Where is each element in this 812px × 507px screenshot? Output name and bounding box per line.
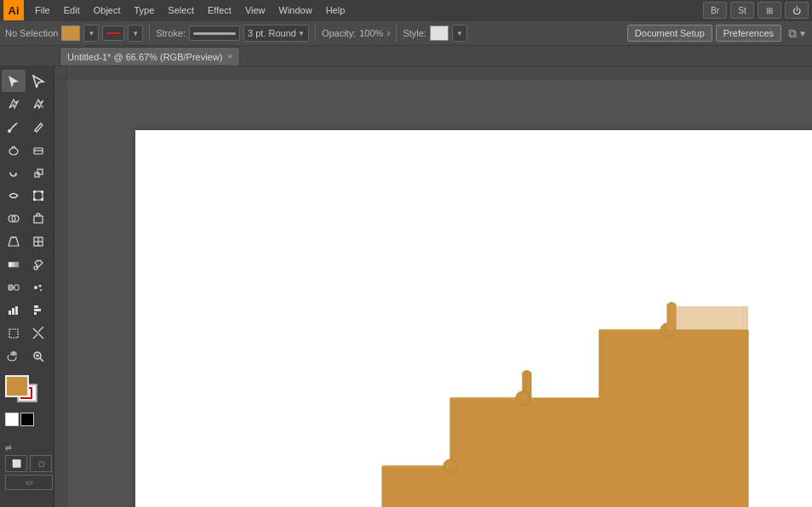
menu-select[interactable]: Select [162,3,200,17]
main-area: + [0,66,812,507]
canvas-area [54,66,812,507]
document-tab[interactable]: Untitled-1* @ 66.67% (RGB/Preview) × [60,47,240,66]
rotate-tool[interactable] [2,162,26,184]
scale-tool[interactable] [26,162,50,184]
blend-tool[interactable] [2,276,26,299]
symbol-tool[interactable] [26,276,50,299]
menu-effect[interactable]: Effect [202,3,237,17]
separator-3 [396,25,397,42]
svg-point-40 [443,459,457,473]
menu-window[interactable]: Window [273,3,318,17]
svg-point-3 [9,148,18,155]
ruler-horizontal [67,66,812,79]
bar-graph-tool[interactable] [26,299,50,322]
menu-type[interactable]: Type [129,3,161,17]
ruler-vertical [54,79,67,507]
column-graph-tool[interactable] [2,299,26,322]
toolbox: + [0,66,54,507]
artboard-tool[interactable] [2,322,26,345]
svg-rect-32 [34,312,37,315]
tool-row-7 [2,208,52,230]
svg-rect-22 [14,285,19,290]
svg-rect-8 [33,191,36,193]
separator-1 [149,25,150,42]
tool-row-12 [2,322,52,345]
style-dropdown[interactable]: ▼ [452,25,467,42]
menu-view[interactable]: View [239,3,272,17]
doc-setup-button[interactable]: Document Setup [627,25,712,42]
fill-swatch[interactable] [5,375,29,397]
bridge-icon[interactable]: Br [703,2,727,19]
add-anchor-tool[interactable]: + [26,93,50,115]
eraser-tool[interactable] [26,139,50,161]
tool-row-8 [2,231,52,253]
svg-line-35 [40,358,43,362]
menu-bar: Ai File Edit Object Type Select Effect V… [0,0,812,20]
opacity-value: 100% [359,28,383,38]
pen-tool[interactable] [2,93,26,115]
opacity-label: Opacity: [322,28,356,38]
svg-rect-11 [41,198,43,201]
perspective-tool[interactable] [2,231,26,253]
live-paint-tool[interactable] [26,208,50,230]
svg-point-20 [34,266,37,270]
stroke-width-dropdown[interactable]: 3 pt. Round ▼ [243,25,309,42]
svg-rect-6 [37,169,43,174]
stair-svg [135,130,812,507]
free-transform-tool[interactable] [26,185,50,207]
svg-rect-31 [34,309,41,311]
tool-row-2: + [2,93,52,115]
svg-rect-27 [9,310,11,315]
workspace-icon[interactable]: ⊞ [758,2,781,19]
brush-tool[interactable] [2,116,26,138]
slice-tool[interactable] [26,322,50,345]
color-swatch-area [5,375,53,426]
eyedropper-tool[interactable] [26,254,50,276]
selection-tool[interactable] [2,70,26,92]
opacity-expand-icon[interactable]: › [386,27,390,39]
swap-icon[interactable]: ⇄ [5,443,12,452]
menu-help[interactable]: Help [320,3,352,17]
gradient-tool[interactable] [2,254,26,276]
svg-point-41 [516,391,529,405]
tab-close-button[interactable]: × [227,52,232,61]
fill-color-swatch[interactable] [61,26,80,41]
power-icon[interactable]: ⏻ [785,2,809,19]
menu-edit[interactable]: Edit [58,3,86,17]
arrange-arrow: ▼ [798,29,807,38]
menu-object[interactable]: Object [88,3,127,17]
svg-point-26 [40,289,42,291]
blob-brush-tool[interactable] [2,139,26,161]
shape-builder-tool[interactable] [2,208,26,230]
black-swatch[interactable] [20,413,34,426]
none-swatch[interactable] [5,413,19,426]
stroke-preview[interactable] [189,26,240,41]
ruler-v-ticks [54,79,67,507]
svg-point-2 [8,129,11,133]
hand-tool[interactable] [2,345,26,367]
app-logo: Ai [3,0,24,20]
svg-rect-14 [34,216,43,223]
pencil-tool[interactable] [26,116,50,138]
svg-rect-19 [9,262,19,267]
direct-select-tool[interactable] [26,70,50,92]
artboard [135,130,812,507]
preferences-button[interactable]: Preferences [716,25,781,42]
warp-tool[interactable] [2,185,26,207]
svg-rect-21 [9,285,13,290]
tool-row-13 [2,345,52,367]
menu-file[interactable]: File [29,3,56,17]
ruler-h-ticks [67,66,812,79]
view-1[interactable]: ⬜ [5,455,27,472]
stroke-color-dropdown[interactable]: ▼ [128,25,143,42]
view-2[interactable]: ◻ [30,455,52,472]
zoom-tool[interactable] [26,345,50,367]
fill-dropdown[interactable]: ▼ [83,25,99,42]
stock-icon[interactable]: St [730,2,754,19]
svg-text:+: + [40,103,44,111]
mesh-tool[interactable] [26,231,50,253]
screen-mode[interactable]: ▭ [5,475,53,490]
arrange-icon[interactable]: ⧉ [788,26,797,41]
svg-rect-9 [41,191,43,193]
style-swatch[interactable] [430,26,449,41]
